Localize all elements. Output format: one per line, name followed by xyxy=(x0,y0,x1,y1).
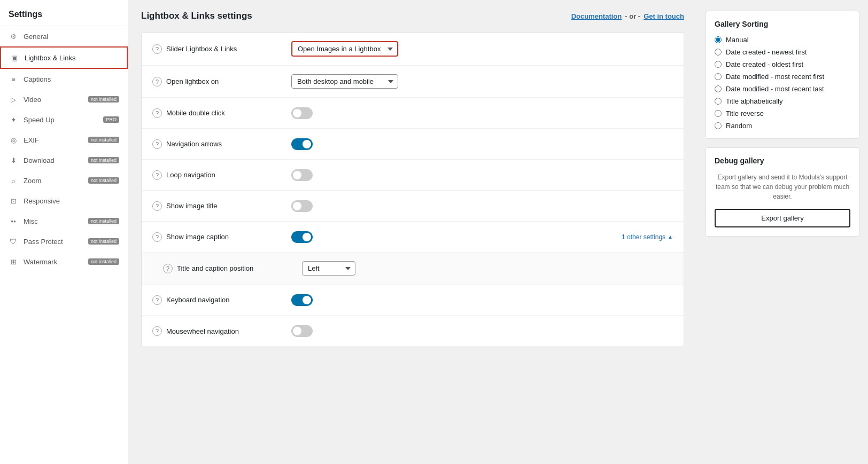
row-show-image-caption: ? Show image caption 1 other settings ▲ xyxy=(142,222,684,253)
sort-title-alpha-label: Title alphabetically xyxy=(726,97,782,105)
help-navigation-arrows[interactable]: ? xyxy=(152,139,162,149)
radio-title-alpha[interactable] xyxy=(715,98,722,105)
sidebar-label-speedup: Speed Up xyxy=(24,116,55,124)
sort-date-oldest[interactable]: Date created - oldest first xyxy=(715,60,850,68)
name-mobile-double-click: Mobile double click xyxy=(166,109,225,117)
sidebar-item-misc[interactable]: Misc not installed xyxy=(0,211,128,231)
sidebar-item-exif[interactable]: EXIF not installed xyxy=(0,130,128,150)
row-title-caption-position: ? Title and caption position Left Center… xyxy=(142,253,684,285)
main-content: Lightbox & Links settings Documentation … xyxy=(128,0,868,464)
name-open-lightbox-on: Open lightbox on xyxy=(166,77,219,85)
label-show-image-caption: ? Show image caption xyxy=(152,232,291,242)
sidebar-item-watermark[interactable]: Watermark not installed xyxy=(0,251,128,272)
watermark-badge: not installed xyxy=(88,258,119,265)
sidebar-label-zoom: Zoom xyxy=(24,177,41,185)
sidebar-item-captions[interactable]: Captions xyxy=(0,69,128,89)
sidebar-item-lightbox[interactable]: Lightbox & Links xyxy=(0,46,128,69)
sort-random[interactable]: Random xyxy=(715,122,850,130)
row-navigation-arrows: ? Navigation arrows xyxy=(142,129,684,160)
misc-icon xyxy=(9,216,18,226)
select-title-caption-position[interactable]: Left Center Right xyxy=(302,261,355,276)
sort-manual[interactable]: Manual xyxy=(715,36,850,44)
other-settings-link[interactable]: 1 other settings ▲ xyxy=(622,233,673,241)
toggle-show-image-title[interactable] xyxy=(291,200,313,212)
sort-title-reverse[interactable]: Title reverse xyxy=(715,109,850,117)
toggle-mobile-double-click[interactable] xyxy=(291,107,313,119)
radio-date-modified-last[interactable] xyxy=(715,85,722,92)
sidebar-label-exif: EXIF xyxy=(24,136,39,144)
radio-title-reverse[interactable] xyxy=(715,110,722,117)
radio-date-modified-recent[interactable] xyxy=(715,73,722,80)
or-text: - or - xyxy=(625,12,640,20)
sort-date-modified-last-label: Date modified - most recent last xyxy=(726,85,824,93)
label-navigation-arrows: ? Navigation arrows xyxy=(152,139,291,149)
video-icon xyxy=(9,95,18,104)
sidebar-label-watermark: Watermark xyxy=(24,258,57,266)
help-slider-lightbox[interactable]: ? xyxy=(152,44,162,54)
download-badge: not installed xyxy=(88,157,119,163)
sort-date-oldest-label: Date created - oldest first xyxy=(726,60,803,68)
watermark-icon xyxy=(9,257,18,266)
export-gallery-button[interactable]: Export gallery xyxy=(715,209,850,227)
radio-manual[interactable] xyxy=(715,36,722,43)
help-open-lightbox-on[interactable]: ? xyxy=(152,77,162,86)
zoom-icon xyxy=(9,176,18,185)
sidebar-item-zoom[interactable]: Zoom not installed xyxy=(0,170,128,191)
sort-title-reverse-label: Title reverse xyxy=(726,109,764,117)
toggle-knob-mousewheel-navigation xyxy=(293,327,301,335)
sidebar-item-responsive[interactable]: Responsive xyxy=(0,191,128,211)
general-icon xyxy=(9,32,18,41)
documentation-link[interactable]: Documentation xyxy=(571,12,622,20)
help-loop-navigation[interactable]: ? xyxy=(152,170,162,180)
row-slider-lightbox: ? Slider Lightbox & Links Open Images in… xyxy=(142,33,684,66)
exif-badge: not installed xyxy=(88,137,119,143)
help-show-image-title[interactable]: ? xyxy=(152,201,162,211)
download-icon xyxy=(9,155,18,165)
sidebar-item-video[interactable]: Video not installed xyxy=(0,89,128,109)
label-open-lightbox-on: ? Open lightbox on xyxy=(152,77,291,86)
row-mousewheel-navigation: ? Mousewheel navigation xyxy=(142,316,684,347)
name-show-image-title: Show image title xyxy=(166,202,217,210)
toggle-loop-navigation[interactable] xyxy=(291,169,313,181)
toggle-show-image-caption[interactable] xyxy=(291,231,313,243)
select-slider-lightbox[interactable]: Open Images in a Lightbox Open as Link N… xyxy=(291,41,398,57)
sort-date-modified-last[interactable]: Date modified - most recent last xyxy=(715,85,850,93)
name-slider-lightbox: Slider Lightbox & Links xyxy=(166,45,237,53)
contact-link[interactable]: Get in touch xyxy=(644,12,684,20)
help-mobile-double-click[interactable]: ? xyxy=(152,108,162,118)
right-sidebar: Gallery Sorting Manual Date created - ne… xyxy=(697,0,868,464)
sidebar-item-general[interactable]: General xyxy=(0,26,128,46)
sidebar-item-speedup[interactable]: Speed Up PRO xyxy=(0,109,128,130)
name-show-image-caption: Show image caption xyxy=(166,233,229,241)
radio-date-newest[interactable] xyxy=(715,49,722,56)
sidebar-item-download[interactable]: Download not installed xyxy=(0,150,128,170)
sidebar-label-misc: Misc xyxy=(24,217,38,225)
toggle-knob-loop-navigation xyxy=(293,171,301,179)
sort-date-modified-recent[interactable]: Date modified - most recent first xyxy=(715,73,850,81)
select-open-lightbox-on[interactable]: Both desktop and mobile Desktop only Mob… xyxy=(291,74,398,89)
other-settings-text: 1 other settings xyxy=(622,233,665,241)
radio-date-oldest[interactable] xyxy=(715,61,722,68)
help-title-caption-position[interactable]: ? xyxy=(163,264,173,273)
name-navigation-arrows: Navigation arrows xyxy=(166,140,222,148)
sort-title-alpha[interactable]: Title alphabetically xyxy=(715,97,850,105)
help-keyboard-navigation[interactable]: ? xyxy=(152,295,162,305)
speedup-icon xyxy=(9,115,18,124)
toggle-navigation-arrows[interactable] xyxy=(291,138,313,150)
label-keyboard-navigation: ? Keyboard navigation xyxy=(152,295,291,305)
sort-date-newest-label: Date created - newest first xyxy=(726,48,807,56)
toggle-mousewheel-navigation[interactable] xyxy=(291,325,313,337)
toggle-keyboard-navigation[interactable] xyxy=(291,294,313,306)
name-mousewheel-navigation: Mousewheel navigation xyxy=(166,327,239,335)
sidebar-label-responsive: Responsive xyxy=(24,197,60,205)
help-mousewheel-navigation[interactable]: ? xyxy=(152,326,162,336)
gallery-sorting-widget: Gallery Sorting Manual Date created - ne… xyxy=(706,11,859,139)
sidebar-item-passprotect[interactable]: Pass Protect not installed xyxy=(0,231,128,251)
help-show-image-caption[interactable]: ? xyxy=(152,232,162,242)
name-title-caption-position: Title and caption position xyxy=(177,264,253,272)
sidebar-label-general: General xyxy=(24,33,48,41)
radio-random[interactable] xyxy=(715,122,722,129)
sort-date-newest[interactable]: Date created - newest first xyxy=(715,48,850,56)
debug-gallery-title: Debug gallery xyxy=(715,156,850,165)
sidebar-label-lightbox: Lightbox & Links xyxy=(25,54,75,62)
